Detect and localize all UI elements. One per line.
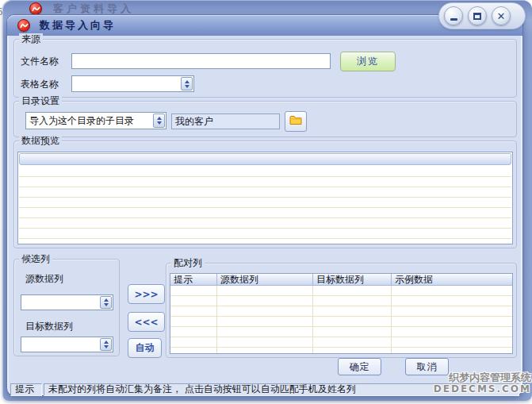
status-bar-label: 提示 bbox=[10, 383, 42, 396]
import-wizard-dialog: 数据导入向导 来源 文件名称 浏览 表格名称 目录设置 导入为这个目录的子目录 bbox=[6, 14, 523, 396]
close-button[interactable]: ✕ bbox=[492, 6, 511, 25]
target-directory-field: 我的客户 bbox=[171, 114, 280, 129]
move-right-label: >>> bbox=[134, 289, 158, 300]
source-column-select[interactable] bbox=[21, 294, 113, 310]
dropdown-stepper-icon[interactable] bbox=[100, 296, 112, 309]
move-left-label: <<< bbox=[134, 317, 158, 328]
move-left-button[interactable]: <<< bbox=[128, 312, 165, 332]
target-column-select[interactable] bbox=[21, 337, 113, 352]
dropdown-stepper-icon[interactable] bbox=[153, 114, 165, 128]
sheet-name-select[interactable] bbox=[71, 75, 194, 92]
group-preview-label: 数据预览 bbox=[19, 135, 62, 146]
watermark-line2: DEDECMS.COM bbox=[434, 383, 531, 395]
watermark-line1: 织梦内容管理系统 bbox=[434, 371, 531, 383]
group-directory: 目录设置 导入为这个目录的子目录 我的客户 bbox=[13, 101, 517, 137]
preview-grid-header bbox=[19, 153, 511, 165]
import-mode-select[interactable]: 导入为这个目录的子目录 bbox=[25, 112, 166, 129]
group-preview: 数据预览 bbox=[13, 140, 517, 248]
target-directory-value: 我的客户 bbox=[175, 116, 213, 127]
maximize-button[interactable] bbox=[468, 6, 487, 25]
screen: 6020 客户资料导入 数据导入向导 来源 文件名称 浏览 表格名称 bbox=[0, 0, 532, 404]
column-divider bbox=[312, 286, 313, 353]
ok-button[interactable]: 确定 bbox=[338, 358, 381, 375]
target-column-label: 目标数据列 bbox=[25, 320, 73, 333]
auto-match-button[interactable]: 自动 bbox=[128, 338, 162, 358]
minimize-icon bbox=[450, 18, 457, 21]
source-column-label: 源数据列 bbox=[25, 272, 63, 286]
maximize-icon bbox=[473, 13, 481, 20]
group-source: 来源 文件名称 浏览 表格名称 bbox=[13, 39, 517, 98]
group-pairs-label: 配对列 bbox=[171, 257, 205, 268]
dialog-app-icon bbox=[17, 19, 30, 32]
choose-folder-button[interactable] bbox=[285, 111, 307, 132]
pairs-table[interactable]: 提示 源数据列 目标数据列 示例数据 bbox=[170, 273, 513, 354]
file-name-label: 文件名称 bbox=[21, 55, 59, 68]
group-candidates-label: 候选列 bbox=[19, 253, 52, 264]
watermark: 织梦内容管理系统 DEDECMS.COM bbox=[434, 371, 531, 395]
pairs-header-target[interactable]: 目标数据列 bbox=[313, 274, 392, 286]
app-logo-icon bbox=[29, 2, 42, 15]
dialog-title: 数据导入向导 bbox=[40, 18, 116, 33]
preview-grid-body bbox=[19, 167, 511, 243]
auto-match-label: 自动 bbox=[136, 341, 155, 355]
column-divider bbox=[216, 286, 217, 353]
group-directory-label: 目录设置 bbox=[19, 95, 62, 106]
window-controls: ✕ bbox=[438, 2, 526, 29]
dropdown-stepper-icon[interactable] bbox=[100, 338, 112, 351]
file-name-input[interactable] bbox=[71, 53, 331, 69]
import-mode-value: 导入为这个目录的子目录 bbox=[26, 114, 152, 128]
pairs-header-hint[interactable]: 提示 bbox=[170, 274, 217, 286]
preview-grid[interactable] bbox=[17, 152, 513, 244]
browse-button[interactable]: 浏览 bbox=[340, 52, 396, 71]
pairs-table-header: 提示 源数据列 目标数据列 示例数据 bbox=[170, 274, 512, 286]
pairs-table-body bbox=[170, 286, 512, 353]
ok-button-label: 确定 bbox=[350, 360, 370, 374]
minimize-button[interactable] bbox=[444, 6, 463, 25]
column-divider bbox=[391, 286, 392, 353]
group-source-label: 来源 bbox=[19, 33, 43, 44]
move-right-button[interactable]: >>> bbox=[128, 284, 165, 304]
pairs-header-sample[interactable]: 示例数据 bbox=[392, 274, 512, 286]
browse-button-label: 浏览 bbox=[357, 55, 379, 68]
group-candidates: 候选列 源数据列 目标数据列 bbox=[13, 259, 120, 356]
close-icon: ✕ bbox=[497, 11, 506, 21]
dropdown-stepper-icon[interactable] bbox=[181, 77, 193, 90]
sheet-name-label: 表格名称 bbox=[21, 78, 59, 91]
pairs-header-source[interactable]: 源数据列 bbox=[217, 274, 313, 286]
folder-icon bbox=[289, 115, 302, 128]
group-pairs: 配对列 提示 源数据列 目标数据列 示例数据 bbox=[166, 263, 517, 358]
